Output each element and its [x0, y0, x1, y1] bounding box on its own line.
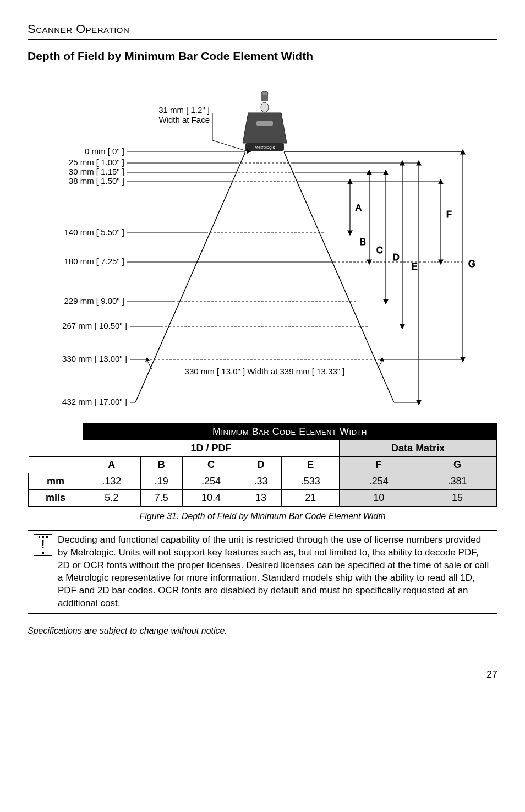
col-b: B — [140, 457, 182, 473]
range-label-c: C — [376, 246, 383, 255]
svg-marker-35 — [348, 231, 352, 235]
range-label-e: E — [412, 262, 418, 271]
row-label-mils: mils — [29, 490, 83, 506]
dist-label-8: 330 mm [ 13.00" ] — [62, 354, 127, 363]
figure-caption: Figure 31. Depth of Field by Minimum Bar… — [28, 511, 497, 521]
scanner-label: Metrologic — [255, 145, 275, 150]
row-label-mm: mm — [29, 473, 83, 490]
cell: 7.5 — [140, 490, 182, 506]
col-a: A — [83, 457, 140, 473]
dist-label-1: 25 mm [ 1.00" ] — [69, 157, 124, 167]
table-row: mm .132 .19 .254 .33 .533 .254 .381 — [29, 473, 497, 490]
cell: .254 — [182, 473, 240, 490]
cell: 10.4 — [182, 490, 240, 506]
dist-label-7: 267 mm [ 10.50" ] — [62, 321, 127, 330]
group-1d-pdf: 1D / PDF — [83, 440, 339, 457]
page-number: 27 — [28, 669, 497, 680]
cell: 21 — [282, 490, 340, 506]
cell: .381 — [418, 473, 497, 490]
bottom-width-label: 330 mm [ 13.0" ] Width at 339 mm [ 13.33… — [185, 367, 345, 376]
alert-icon: ! — [34, 534, 52, 556]
page-title: Depth of Field by Minimum Bar Code Eleme… — [28, 50, 497, 63]
svg-point-3 — [261, 102, 269, 112]
dist-label-0: 0 mm [ 0" ] — [85, 146, 124, 156]
width-face-sub: Width at Face — [158, 115, 210, 124]
range-label-f: F — [446, 210, 452, 219]
col-d: D — [240, 457, 282, 473]
col-f: F — [340, 457, 418, 473]
col-e: E — [282, 457, 340, 473]
svg-line-18 — [135, 152, 245, 402]
footnote: Specifications are subject to change wit… — [28, 626, 497, 636]
cell: 15 — [418, 490, 497, 506]
table-row: mils 5.2 7.5 10.4 13 21 10 15 — [29, 490, 497, 506]
range-label-d: D — [393, 253, 400, 262]
depth-field-diagram: Metrologic 31 mm [ 1.2" ] Width at Face … — [39, 80, 490, 421]
svg-marker-41 — [384, 299, 388, 304]
dist-label-6: 229 mm [ 9.00" ] — [64, 296, 124, 306]
range-label-b: B — [360, 237, 366, 247]
dist-label-2: 30 mm [ 1.15" ] — [69, 167, 124, 176]
scanner-icon: Metrologic — [243, 91, 287, 151]
section-header: Scanner Operation — [28, 22, 497, 40]
cell: .19 — [140, 473, 182, 490]
svg-line-19 — [284, 152, 394, 402]
depth-of-field-figure: Metrologic 31 mm [ 1.2" ] Width at Face … — [28, 74, 497, 507]
cell: 13 — [240, 490, 282, 506]
range-label-g: G — [468, 259, 475, 269]
cell: .33 — [240, 473, 282, 490]
dist-label-5: 180 mm [ 7.25" ] — [64, 257, 124, 266]
dist-label-9: 432 mm [ 17.00" ] — [62, 397, 127, 406]
info-note: ! Decoding and functional capability of … — [28, 530, 497, 614]
width-face-label: 31 mm [ 1.2" ] — [158, 105, 210, 115]
dist-label-3: 38 mm [ 1.50" ] — [69, 176, 124, 186]
svg-rect-4 — [256, 121, 273, 126]
svg-rect-1 — [261, 95, 268, 101]
group-datamatrix: Data Matrix — [340, 440, 497, 457]
cell: 5.2 — [83, 490, 140, 506]
element-width-table: Minimum Bar Code Element Width 1D / PDF … — [28, 423, 497, 506]
cell: .533 — [282, 473, 340, 490]
cell: .132 — [83, 473, 140, 490]
svg-point-0 — [261, 91, 268, 96]
cell: 10 — [340, 490, 418, 506]
range-label-a: A — [356, 203, 362, 212]
col-g: G — [418, 457, 497, 473]
svg-marker-44 — [400, 324, 404, 329]
table-title: Minimum Bar Code Element Width — [83, 424, 496, 440]
info-text: Decoding and functional capability of th… — [58, 534, 491, 610]
dist-label-4: 140 mm [ 5.50" ] — [64, 227, 124, 237]
col-c: C — [182, 457, 240, 473]
cell: .254 — [340, 473, 418, 490]
